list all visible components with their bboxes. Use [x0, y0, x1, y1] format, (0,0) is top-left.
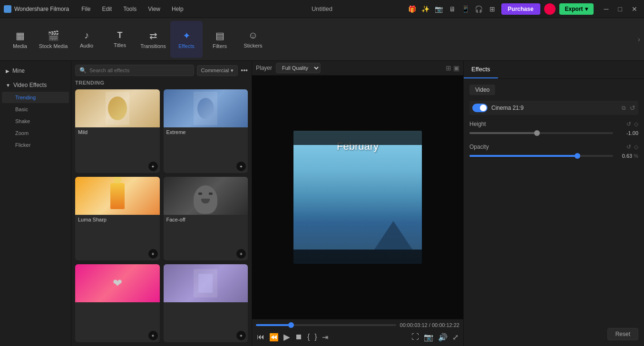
export-button[interactable]: Export ▾ — [559, 3, 594, 15]
effect-label-luma-sharp: Luma Sharp — [75, 215, 160, 224]
reset-button[interactable]: Reset — [607, 328, 638, 340]
effect-add-icon-other1[interactable]: + — [148, 331, 158, 340]
menu-view[interactable]: View — [143, 4, 165, 14]
tab-effects[interactable]: Effects — [464, 61, 498, 78]
sidebar-item-flicker[interactable]: Flicker — [2, 139, 69, 151]
opacity-keyframe-icon[interactable]: ◇ — [634, 144, 638, 150]
user-avatar[interactable] — [544, 3, 556, 15]
step-back-button[interactable]: ⏪ — [268, 332, 280, 343]
effect-row-cinema: Cinema 21:9 ⧉ ↺ — [469, 101, 638, 115]
sidebar-item-zoom[interactable]: Zoom — [2, 127, 69, 139]
effect-card-mild[interactable]: + Mild — [75, 89, 160, 173]
sidebar-item-trending[interactable]: Trending — [2, 92, 69, 103]
search-input[interactable] — [89, 67, 190, 73]
skip-back-button[interactable]: ⏮ — [256, 332, 265, 342]
height-slider-thumb — [534, 130, 540, 136]
play-button[interactable]: ▶ — [283, 331, 291, 343]
effect-card-other2[interactable]: + — [164, 264, 248, 342]
copy-icon[interactable]: ⧉ — [622, 105, 626, 111]
toolbar-stock-media[interactable]: 🎬 Stock Media — [37, 21, 69, 58]
right-panel: Effects Video Cinema 21:9 ⧉ ↺ Height ↺ ◇ — [463, 61, 644, 346]
maximize-button[interactable]: □ — [615, 4, 625, 14]
video-sub-tab[interactable]: Video — [469, 85, 495, 95]
toolbar-media[interactable]: ▦ Media — [4, 21, 36, 58]
search-box[interactable]: 🔍 — [75, 65, 194, 76]
sidebar-mine-header[interactable]: ▶ Mine — [0, 65, 71, 77]
menu-file[interactable]: File — [77, 4, 95, 14]
gallery-view-icon[interactable]: ▣ — [453, 64, 459, 72]
toolbar: ▦ Media 🎬 Stock Media ♪ Audio T Titles ⇄… — [0, 18, 644, 61]
quality-select[interactable]: Full Quality 1/2 Quality 1/4 Quality — [276, 63, 321, 73]
effect-label-extreme: Extreme — [164, 127, 248, 137]
sidebar-item-shake[interactable]: Shake — [2, 115, 69, 127]
effect-toggle[interactable] — [472, 104, 488, 112]
effect-card-extreme[interactable]: + Extreme — [164, 89, 248, 173]
opacity-unit: % — [634, 153, 638, 159]
purchase-button[interactable]: Purchase — [501, 3, 540, 15]
toolbar-filters[interactable]: ▤ Filters — [204, 21, 236, 58]
headset-icon[interactable]: 🎧 — [474, 4, 484, 14]
effect-add-icon-mild[interactable]: + — [148, 162, 158, 171]
toolbar-audio-label: Audio — [80, 43, 93, 48]
toolbar-effects[interactable]: ✦ Effects — [170, 21, 203, 58]
effect-thumb-other2 — [164, 264, 248, 302]
minimize-button[interactable]: ─ — [601, 4, 612, 14]
snapshot-icon[interactable]: 📷 — [434, 4, 444, 14]
progress-bar[interactable] — [256, 324, 396, 326]
grid-icon[interactable]: ⊞ — [487, 4, 498, 14]
close-button[interactable]: ✕ — [629, 4, 640, 14]
effect-add-icon-extreme[interactable]: + — [236, 162, 246, 171]
magic-icon[interactable]: ✨ — [420, 4, 431, 14]
effect-card-luma-sharp[interactable]: + Luma Sharp — [75, 177, 160, 260]
fullscreen-button[interactable]: ⛶ — [410, 332, 420, 342]
video-preview: February — [293, 131, 422, 264]
add-to-timeline-button[interactable]: ⇥ — [321, 332, 329, 343]
effect-add-icon-luma[interactable]: + — [148, 249, 158, 259]
effect-label-mild: Mild — [75, 127, 160, 137]
search-row: 🔍 Commercial ▾ ••• — [75, 65, 248, 76]
effect-add-icon-face-off[interactable]: + — [236, 249, 246, 259]
stop-button[interactable]: ⏹ — [294, 332, 303, 342]
sidebar-item-basic[interactable]: Basic — [2, 104, 69, 115]
effect-add-icon-other2[interactable]: + — [236, 331, 246, 340]
opacity-slider[interactable] — [469, 155, 613, 157]
effects-icon: ✦ — [183, 30, 191, 41]
effect-name: Cinema 21:9 — [491, 105, 618, 111]
player-buttons: ⏮ ⏪ ▶ ⏹ { } ⇥ ⛶ 📷 🔊 ⤢ — [256, 331, 459, 343]
height-reset-icon[interactable]: ↺ — [626, 121, 631, 127]
sidebar-video-effects-header[interactable]: ▼ Video Effects — [0, 79, 71, 91]
volume-button[interactable]: 🔊 — [437, 332, 449, 343]
toolbar-filters-label: Filters — [213, 43, 227, 49]
mark-in-button[interactable]: { — [306, 332, 311, 342]
effect-card-face-off[interactable]: + Face-off — [164, 177, 248, 260]
more-options-button[interactable]: ••• — [241, 67, 248, 74]
monitor-icon[interactable]: 🖥 — [447, 4, 458, 14]
player-header: Player Full Quality 1/2 Quality 1/4 Qual… — [252, 61, 463, 76]
aspect-ratio-button[interactable]: ⤢ — [451, 332, 459, 343]
current-time: 00:00:03:12 — [400, 322, 428, 328]
toolbar-more-arrow[interactable]: › — [638, 35, 640, 44]
phone-icon[interactable]: 📱 — [460, 4, 471, 14]
top-icons: 🎁 ✨ 📷 🖥 📱 🎧 ⊞ — [407, 4, 498, 14]
commercial-filter-button[interactable]: Commercial ▾ — [197, 65, 238, 76]
player-area: Player Full Quality 1/2 Quality 1/4 Qual… — [252, 61, 463, 346]
toolbar-transitions[interactable]: ⇄ Transitions — [137, 21, 169, 58]
mark-out-button[interactable]: } — [313, 332, 318, 342]
height-keyframe-icon[interactable]: ◇ — [634, 121, 638, 127]
menu-edit[interactable]: Edit — [98, 4, 117, 14]
toolbar-stickers[interactable]: ☺ Stickers — [237, 21, 269, 58]
height-slider[interactable] — [469, 132, 613, 134]
effect-card-other1[interactable]: ❤ + — [75, 264, 160, 342]
toolbar-titles[interactable]: T Titles — [104, 21, 136, 58]
panel-reset-icon[interactable]: ↺ — [630, 104, 635, 112]
menu-help[interactable]: Help — [167, 4, 188, 14]
menu-tools[interactable]: Tools — [118, 4, 141, 14]
opacity-reset-icon[interactable]: ↺ — [626, 144, 631, 150]
camera-button[interactable]: 📷 — [423, 332, 434, 343]
toolbar-audio[interactable]: ♪ Audio — [70, 21, 103, 58]
grid-view-icon[interactable]: ⊞ — [446, 64, 451, 72]
total-time: 00:00:12:22 — [432, 322, 459, 328]
effect-label-face-off: Face-off — [164, 215, 248, 224]
gift-icon[interactable]: 🎁 — [407, 4, 418, 14]
audio-icon: ♪ — [84, 30, 89, 41]
